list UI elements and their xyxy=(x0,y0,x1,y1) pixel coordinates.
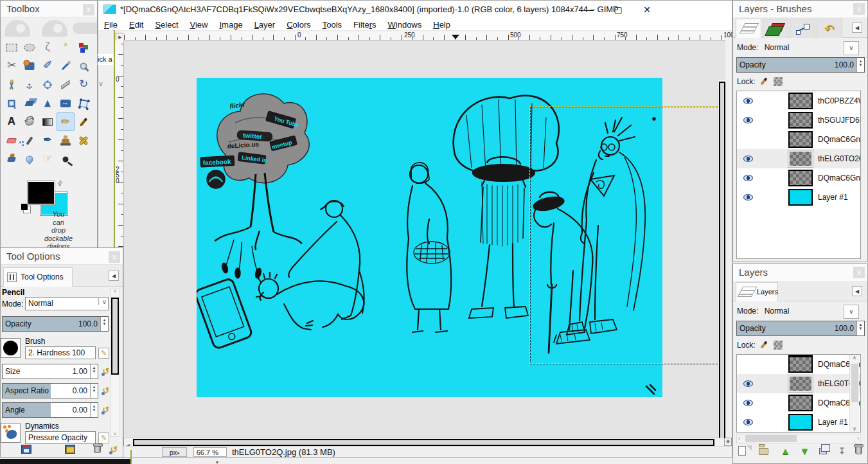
layer-opacity-slider[interactable]: Opacity 100.0 ▲▼ xyxy=(736,321,865,336)
visibility-eye-icon[interactable] xyxy=(743,175,753,181)
color-picker-tool[interactable] xyxy=(57,57,75,75)
visibility-eye-icon[interactable] xyxy=(743,194,753,201)
scale-tool[interactable] xyxy=(3,94,21,112)
spinner-icon[interactable]: ▲▼ xyxy=(856,58,864,72)
raise-layer-button[interactable]: ▲ xyxy=(781,446,793,456)
menu-select[interactable]: Select xyxy=(149,19,184,31)
tool-options-title[interactable]: Tool Options xyxy=(1,248,123,265)
layers-brushes-close-icon[interactable]: x xyxy=(853,3,865,15)
mode-dropdown-button[interactable]: ∨ xyxy=(844,305,859,319)
measure-tool[interactable] xyxy=(3,75,21,94)
layer-thumbnail[interactable] xyxy=(788,375,813,392)
menu-view[interactable]: View xyxy=(184,19,214,31)
new-layer-button[interactable] xyxy=(738,446,751,456)
panel-menu-button[interactable]: ◀ xyxy=(852,286,862,296)
pencil-tool[interactable]: ✏ xyxy=(57,112,75,131)
spinner-icon[interactable]: ▲▼ xyxy=(856,321,864,335)
maximize-button[interactable]: ▢ xyxy=(604,1,632,19)
layers-vertical-scrollbar[interactable]: ∧∨ xyxy=(849,355,859,432)
layer-row-thelg0to2q[interactable]: thELG0TO2Q xyxy=(737,374,860,393)
ink-tool[interactable]: ✒ xyxy=(39,131,57,150)
menu-colors[interactable]: Colors xyxy=(281,19,317,31)
minimize-button[interactable]: — xyxy=(575,1,603,19)
swap-colors-icon[interactable]: ⇄ xyxy=(55,179,64,188)
airbrush-tool[interactable] xyxy=(21,131,39,150)
visibility-eye-icon[interactable] xyxy=(743,117,753,123)
layer-thumbnail[interactable] xyxy=(788,414,813,431)
dodge-burn-tool[interactable] xyxy=(57,150,75,168)
tab-brushes[interactable] xyxy=(763,19,788,38)
tab-tool-options[interactable]: Tool Options xyxy=(3,267,73,287)
layer-thumbnail[interactable] xyxy=(788,93,813,109)
layer-thumbnail[interactable] xyxy=(788,395,813,411)
duplicate-layer-button[interactable] xyxy=(819,446,832,456)
bucket-fill-tool[interactable] xyxy=(21,112,39,131)
anchor-layer-button[interactable]: ↧ xyxy=(838,446,851,456)
size-slider[interactable]: Size 1.00 ▲▼ xyxy=(2,364,98,379)
menu-edit[interactable]: Edit xyxy=(123,19,149,31)
spinner-icon[interactable]: ▲▼ xyxy=(90,403,98,417)
menu-file[interactable]: File xyxy=(98,19,123,31)
zoom-dropdown[interactable]: 66.7 % ▾ xyxy=(193,447,227,457)
zoom-tool[interactable] xyxy=(75,57,93,75)
select-by-color-tool[interactable] xyxy=(75,38,93,57)
blur-sharpen-tool[interactable] xyxy=(21,150,39,168)
panel-menu-button[interactable]: ◀ xyxy=(109,271,119,281)
layer-row-dqmac6gnq[interactable]: DQmaC6GnQ xyxy=(737,355,860,374)
chevron-down-icon[interactable]: ∨ xyxy=(98,298,107,305)
new-group-button[interactable] xyxy=(759,446,772,456)
delete-layer-button[interactable] xyxy=(855,446,868,456)
layer-row-thsgujfd6i-jpg[interactable]: thSGUJFD6I.jpg xyxy=(737,111,860,130)
layer-row-thelg0to2q-jpg[interactable]: thELG0TO2Q.jpg xyxy=(737,149,860,168)
perspective-tool[interactable] xyxy=(39,94,57,112)
heal-tool[interactable] xyxy=(75,131,93,150)
layers-close-icon[interactable]: x xyxy=(853,267,865,278)
cage-transform-tool[interactable] xyxy=(75,94,93,112)
layer-row-dqmac6gnq[interactable]: DQmaC6GnQ xyxy=(737,393,860,413)
tab-paths[interactable] xyxy=(790,19,815,38)
edit-brush-icon[interactable]: ✎ xyxy=(98,348,109,359)
crop-tool[interactable] xyxy=(57,75,75,94)
edit-dynamics-icon[interactable]: ✎ xyxy=(98,433,109,443)
spinner-icon[interactable]: ▲▼ xyxy=(90,384,98,398)
spinner-icon[interactable]: ▲▼ xyxy=(90,364,98,379)
layer-row-dqmac6gnqatc[interactable]: DQmaC6GnQAtc xyxy=(737,168,860,188)
menu-help[interactable]: Help xyxy=(427,19,456,31)
scissors-select-tool[interactable]: ✂ xyxy=(3,57,21,75)
layer-row-dqmac6gnqatc[interactable]: DQmaC6GnQAtc xyxy=(737,130,860,149)
rectangle-select-tool[interactable] xyxy=(3,38,21,57)
menu-tools[interactable]: Tools xyxy=(317,19,348,31)
visibility-eye-icon[interactable] xyxy=(743,98,753,104)
lock-paint-icon[interactable] xyxy=(759,341,768,350)
paint-mode-select[interactable]: Normal ∨ xyxy=(25,297,109,310)
ellipse-select-tool[interactable] xyxy=(21,38,39,57)
title-bar[interactable]: *[DQmaC6GnQAtcH3AF7CDBq1FkSQiWx29VECbwqt… xyxy=(98,1,732,19)
menu-filters[interactable]: Filters xyxy=(348,19,382,31)
layers-title[interactable]: Layers xyxy=(733,264,867,281)
text-tool[interactable]: A xyxy=(3,112,21,131)
reset-options-icon[interactable]: ↺ xyxy=(109,445,119,455)
dynamics-preview[interactable] xyxy=(1,423,21,443)
layer-thumbnail[interactable] xyxy=(788,170,813,186)
layer-row-layer-1[interactable]: Layer #1 xyxy=(737,188,860,207)
free-select-tool[interactable]: ζ xyxy=(39,38,57,57)
paths-tool[interactable]: ✐ xyxy=(39,57,57,75)
layer-name[interactable]: thSGUJFD6I.jpg xyxy=(818,116,861,125)
tab-layers[interactable]: Layers xyxy=(736,282,778,301)
layer-name[interactable]: DQmaC6GnQAtc xyxy=(818,174,861,183)
shear-tool[interactable] xyxy=(21,94,39,112)
layer-name[interactable]: thC0PBZZ4W.jpg xyxy=(818,96,861,105)
default-colors-icon[interactable] xyxy=(21,204,28,210)
lock-paint-icon[interactable] xyxy=(759,77,768,86)
angle-slider[interactable]: Angle 0.00 ▲▼ xyxy=(2,402,98,418)
mode-dropdown-button[interactable]: ∨ xyxy=(844,41,859,55)
opacity-slider[interactable]: Opacity 100.0 ▲▼ xyxy=(2,316,109,332)
restore-options-icon[interactable] xyxy=(65,445,75,454)
visibility-eye-icon[interactable] xyxy=(743,400,753,406)
panel-menu-button[interactable]: ◀ xyxy=(852,22,862,33)
visibility-eye-icon[interactable] xyxy=(743,419,753,425)
toolbox-close-icon[interactable]: x xyxy=(83,4,94,15)
delete-options-icon[interactable] xyxy=(94,445,101,453)
close-button[interactable]: ✕ xyxy=(633,1,661,19)
tool-options-close-icon[interactable]: x xyxy=(109,251,120,263)
